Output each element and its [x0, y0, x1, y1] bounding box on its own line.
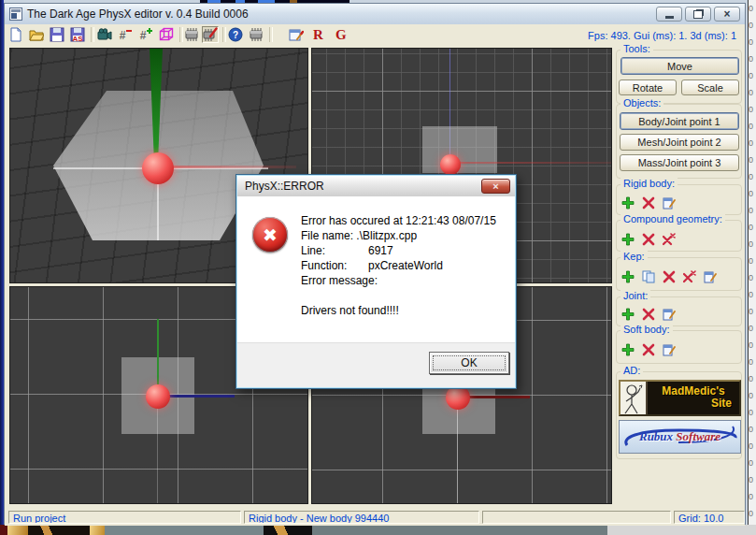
minimize-button[interactable] — [656, 7, 682, 22]
delete-rigid-body-icon[interactable] — [642, 196, 655, 210]
status-run-project: Run project — [8, 511, 241, 524]
function-value: pxCreateWorld — [368, 259, 443, 272]
group-joint: Joint: — [616, 296, 742, 326]
group-soft-body-label: Soft body: — [620, 324, 673, 335]
madmedic-line2: Site — [648, 398, 739, 410]
rotate-tool-button[interactable]: Rotate — [619, 80, 677, 95]
edit-rigid-body-icon[interactable] — [663, 196, 676, 210]
joint-point-sphere[interactable] — [142, 152, 174, 184]
axis-line-red — [167, 166, 296, 168]
axis-line-green — [157, 319, 159, 386]
delete-compound-icon[interactable] — [642, 233, 655, 246]
move-tool-button[interactable]: Move — [620, 57, 739, 75]
svg-text:AS: AS — [72, 35, 83, 42]
group-ad-label: AD: — [620, 365, 643, 376]
fps-stats: Fps: 493. Gui (ms): 1. 3d (ms): 1 — [588, 30, 736, 41]
wireframe-cube-icon[interactable] — [159, 27, 174, 42]
desktop-fragment — [90, 525, 105, 535]
svg-text:#: # — [120, 29, 126, 42]
ok-button-focus-rect — [433, 355, 506, 370]
joint-point-sphere[interactable] — [146, 384, 170, 409]
restore-button[interactable] — [685, 7, 711, 22]
toolbar-separator — [179, 27, 183, 42]
grid-remove-icon[interactable]: # — [118, 27, 133, 42]
screen: { "background": { "zero_column": "0\n0\n… — [0, 0, 756, 535]
add-soft-body-icon[interactable] — [621, 343, 635, 356]
save-icon[interactable] — [50, 27, 64, 42]
status-grid: Grid: 10.0 — [674, 511, 745, 524]
error-message-label: Error message: — [301, 273, 496, 288]
error-dialog-body: ✖ Error has occured at 12:21:43 08/07/15… — [237, 196, 515, 343]
delete-all-kep-icon[interactable] — [683, 270, 696, 283]
title-bar[interactable]: The Dark Age PhysX editor v. 0.4 Build 0… — [5, 4, 745, 25]
delete-kep-icon[interactable] — [663, 270, 676, 283]
error-dialog-titlebar[interactable]: PhysX::ERROR × — [237, 176, 515, 197]
error-line-time: Error has occured at 12:21:43 08/07/15 — [301, 213, 496, 228]
toolbar-separator — [91, 27, 94, 42]
rubux-banner-text: Rubux Software — [620, 429, 740, 444]
add-kep-icon[interactable] — [621, 270, 635, 283]
edit-kep-icon[interactable] — [704, 270, 717, 283]
desktop-fragment — [105, 525, 264, 535]
body-joint-point-1-button[interactable]: Body/Joint point 1 — [620, 112, 739, 130]
error-line-number: Line:6917 — [301, 243, 496, 258]
error-message: Drivers not found!!!! — [301, 303, 496, 318]
close-button[interactable]: × — [714, 7, 740, 22]
add-compound-icon[interactable] — [621, 233, 635, 246]
copy-kep-icon[interactable] — [642, 270, 655, 283]
status-empty-panel — [482, 511, 671, 524]
edit-soft-body-icon[interactable] — [663, 343, 676, 356]
svg-text:#: # — [140, 29, 147, 42]
desktop-fragment — [312, 525, 607, 535]
axis-line-faint-v — [157, 397, 158, 504]
g-tool-icon[interactable]: G — [335, 27, 347, 42]
mesh-joint-point-2-button[interactable]: Mesh/Joint point 2 — [620, 134, 739, 151]
group-rigid-body-label: Rigid body: — [620, 178, 678, 189]
run-r-icon[interactable]: R — [313, 27, 323, 42]
add-joint-icon[interactable] — [621, 308, 635, 321]
camera-icon[interactable] — [97, 27, 112, 42]
scale-tool-button[interactable]: Scale — [681, 80, 739, 95]
edit-project-icon[interactable] — [289, 27, 304, 42]
madmedic-banner-text: MadMedic's Site — [648, 382, 739, 414]
toolbar-separator — [222, 27, 226, 42]
error-x-glyph: ✖ — [263, 224, 278, 246]
desktop-fragment — [28, 525, 90, 535]
chip-icon-2[interactable] — [249, 27, 264, 42]
error-dialog-close-button[interactable]: × — [481, 179, 510, 194]
help-icon[interactable]: ? — [228, 27, 243, 42]
window-title: The Dark Age PhysX editor v. 0.4 Build 0… — [27, 7, 249, 21]
ok-button[interactable]: OK — [429, 352, 509, 374]
open-folder-icon[interactable] — [29, 27, 44, 42]
delete-joint-icon[interactable] — [642, 308, 655, 321]
axis-line-red — [452, 162, 612, 164]
error-icon: ✖ — [252, 217, 288, 253]
minimize-icon — [665, 16, 674, 19]
delete-all-compound-icon[interactable] — [663, 233, 676, 246]
desktop-fragment — [607, 525, 756, 535]
doodle-figure — [620, 382, 646, 414]
edit-joint-icon[interactable] — [663, 308, 676, 321]
chip-edit-icon[interactable] — [202, 26, 219, 43]
status-bar: Run project Rigid body - New body 994440… — [5, 510, 745, 526]
madmedic-banner[interactable]: MadMedic's Site — [619, 380, 741, 416]
delete-soft-body-icon[interactable] — [642, 343, 655, 356]
mass-joint-point-3-button[interactable]: Mass/Joint point 3 — [620, 154, 739, 171]
joint-point-sphere[interactable] — [440, 154, 461, 175]
desktop-fragment — [0, 525, 7, 535]
error-dialog-title: PhysX::ERROR — [245, 180, 324, 193]
background-window-zeros: 0 0 0 0 0 0 0 0 0 0 0 0 0 0 0 0 0 0 0 0 … — [749, 0, 756, 522]
rubux-banner[interactable]: Rubux Software — [619, 420, 741, 454]
grid-add-icon[interactable]: # — [138, 27, 153, 42]
save-as-icon[interactable]: AS — [70, 27, 85, 42]
error-line-file: File name: .\Blitzpx.cpp — [301, 228, 496, 243]
desktop-fragment — [7, 525, 28, 535]
madmedic-doodle — [620, 382, 648, 414]
chip-icon[interactable] — [184, 27, 199, 42]
add-rigid-body-icon[interactable] — [621, 196, 635, 210]
desktop-fragment — [264, 525, 312, 535]
group-objects: Objects: Body/Joint point 1 Mesh/Joint p… — [616, 104, 742, 179]
close-icon: × — [492, 181, 498, 192]
new-file-icon[interactable] — [8, 27, 23, 42]
group-kep-label: Kep: — [620, 251, 648, 262]
